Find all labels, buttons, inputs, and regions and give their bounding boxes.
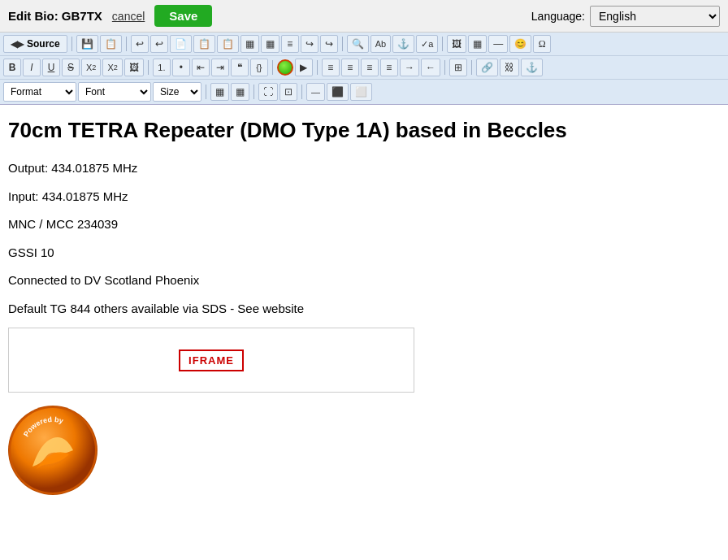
undo-button[interactable]: ↩ [131, 35, 149, 53]
cancel-button[interactable]: cancel [112, 10, 145, 23]
iframe-label: IFRAME [179, 349, 244, 371]
rtl-button[interactable]: ← [421, 59, 440, 76]
format-dropdown[interactable]: Format Paragraph Heading 1 Heading 2 [3, 82, 76, 102]
ltr-button[interactable]: → [400, 59, 419, 76]
toolbar-area: ◀▶ Source 💾 📋 ↩ ↩ 📄 📋 📋 ▦ ▦ ≡ ↪ ↪ 🔍 Ab ⚓… [0, 33, 728, 105]
page-break-button[interactable]: ⬛ [327, 83, 349, 101]
bold-button[interactable]: B [3, 59, 21, 76]
separator-10 [206, 85, 206, 99]
undo2-button[interactable]: ↩ [150, 35, 168, 53]
align-right-button[interactable]: ≡ [361, 59, 379, 76]
page-title: Edit Bio: GB7TX [8, 9, 102, 23]
media-button[interactable]: 🖼 [447, 35, 466, 53]
align-center-button[interactable]: ≡ [341, 59, 359, 76]
table-props-button[interactable]: ▦ [231, 83, 249, 101]
superscript-button[interactable]: X2 [102, 59, 122, 76]
separator-2 [126, 37, 127, 51]
ul-button[interactable]: • [172, 59, 190, 76]
table1-button[interactable]: ▦ [240, 35, 259, 53]
separator-12 [301, 85, 302, 99]
table2-button[interactable]: ▦ [261, 35, 280, 53]
powered-by-svg: Powered by [8, 406, 98, 495]
paste2-button[interactable]: 📋 [217, 35, 239, 53]
content-line-2: Input: 434.01875 MHz [8, 188, 720, 206]
outdent-button[interactable]: ⇤ [192, 59, 210, 76]
save-doc-button[interactable]: 💾 [76, 35, 98, 53]
content-line-3: MNC / MCC 234039 [8, 215, 720, 234]
toolbar-row-2: B I U S X2 X2 🖼 1. • ⇤ ⇥ ❝ {} ▶ ≡ ≡ ≡ ≡ … [0, 56, 728, 80]
source-icon: ◀▶ [11, 39, 24, 50]
font-dropdown[interactable]: Font Arial Times New Roman [78, 82, 151, 102]
content-line-4: GSSI 10 [8, 244, 720, 263]
table3-button[interactable]: ▦ [468, 35, 487, 53]
size-dropdown[interactable]: Size 8 10 12 14 16 [153, 82, 202, 102]
align1-button[interactable]: ≡ [281, 35, 299, 53]
table-insert-button[interactable]: ▦ [210, 83, 229, 101]
special-button[interactable]: ⊞ [449, 59, 467, 76]
omega-button[interactable]: Ω [533, 35, 551, 53]
unlink-button[interactable]: ⛓ [500, 59, 519, 76]
toolbar-row-1: ◀▶ Source 💾 📋 ↩ ↩ 📄 📋 📋 ▦ ▦ ≡ ↪ ↪ 🔍 Ab ⚓… [0, 33, 728, 56]
horizontal-rule-button[interactable]: — [306, 83, 325, 101]
align-justify-button[interactable]: ≡ [380, 59, 398, 76]
paste-button[interactable]: 📋 [193, 35, 215, 53]
language-area: Language: English French German Spanish [531, 6, 720, 27]
subscript-button[interactable]: X2 [81, 59, 101, 76]
align-left-button[interactable]: ≡ [322, 59, 340, 76]
spellcheck-button[interactable]: ✓a [416, 35, 438, 53]
content-title: 70cm TETRA Repeater (DMO Type 1A) based … [8, 118, 720, 143]
content-line-6: Default TG 844 others available via SDS … [8, 300, 720, 319]
link-button[interactable]: 🔗 [476, 59, 498, 76]
source-label: Source [27, 38, 60, 50]
image-button[interactable]: 🖼 [124, 59, 144, 76]
separator-8 [444, 60, 445, 75]
source-button[interactable]: ◀▶ Source [3, 35, 67, 53]
find-button[interactable]: Ab [370, 35, 391, 53]
separator-11 [254, 85, 254, 99]
save-button[interactable]: Save [154, 5, 212, 27]
language-label: Language: [531, 10, 585, 23]
anchor-button[interactable]: ⚓ [392, 35, 414, 53]
toolbar-row-3: Format Paragraph Heading 1 Heading 2 Fon… [0, 80, 728, 104]
blockquote-button[interactable]: ❝ [231, 59, 249, 76]
iframe-container: IFRAME [8, 328, 414, 393]
content-area: 70cm TETRA Repeater (DMO Type 1A) based … [0, 105, 728, 511]
iframe-insert-button[interactable]: ⬜ [350, 83, 372, 101]
green-circle-button[interactable] [277, 59, 293, 76]
indent-button[interactable]: ⇥ [211, 59, 229, 76]
copy-button[interactable]: 📋 [100, 35, 122, 53]
separator-5 [148, 60, 149, 75]
italic-button[interactable]: I [23, 59, 41, 76]
showblocks-button[interactable]: ⊡ [280, 83, 297, 101]
search-button[interactable]: 🔍 [347, 35, 369, 53]
separator-3 [342, 37, 343, 51]
smiley-button[interactable]: 😊 [509, 35, 531, 53]
separator-1 [72, 37, 72, 51]
underline-button[interactable]: U [42, 59, 60, 76]
separator-4 [442, 37, 443, 51]
content-line-1: Output: 434.01875 MHz [8, 159, 720, 178]
ol-button[interactable]: 1. [153, 59, 171, 76]
redo1-button[interactable]: ↪ [301, 35, 318, 53]
language-select[interactable]: English French German Spanish [590, 6, 720, 27]
copy2-button[interactable]: 📄 [170, 35, 192, 53]
black-square-button[interactable]: ▶ [295, 59, 313, 76]
redo2-button[interactable]: ↪ [320, 35, 338, 53]
powered-by-logo: Powered by [8, 406, 98, 495]
codeblock-button[interactable]: {} [250, 59, 268, 76]
separator-9 [471, 60, 472, 75]
maximize-button[interactable]: ⛶ [258, 83, 278, 101]
content-line-5: Connected to DV Scotland Phoenix [8, 271, 720, 290]
strikethrough-button[interactable]: S [62, 59, 80, 76]
anchor2-button[interactable]: ⚓ [521, 59, 543, 76]
divider1-button[interactable]: — [488, 35, 508, 53]
header-bar: Edit Bio: GB7TX cancel Save Language: En… [0, 0, 728, 33]
separator-6 [272, 60, 273, 75]
separator-7 [317, 60, 318, 75]
